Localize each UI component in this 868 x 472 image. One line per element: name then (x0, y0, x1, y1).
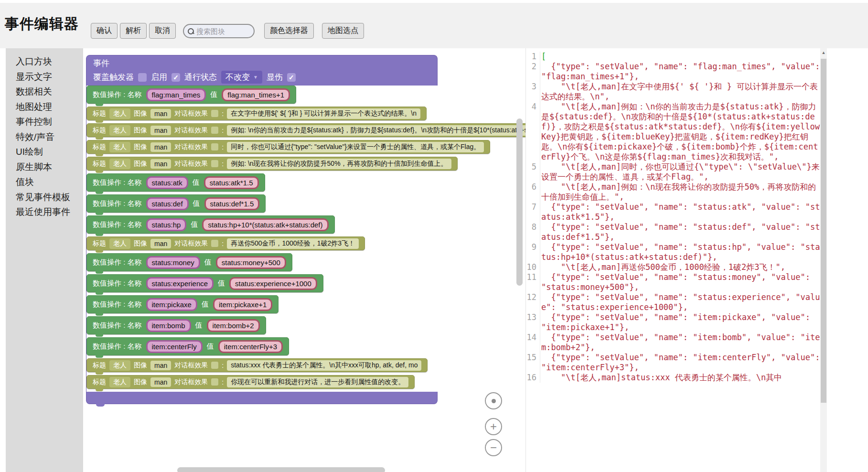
code-line[interactable]: 9 {"type": "setValue", "name": "status:h… (526, 242, 820, 262)
set-value-block[interactable]: 数值操作 : 名称item:centerFly值item:centerFly+3 (86, 337, 289, 355)
set-value-block[interactable]: 数值操作 : 名称flag:man_times值flag:man_times+1 (86, 86, 296, 104)
code-scrollbar[interactable]: ▲ (820, 48, 827, 472)
set-value-block[interactable]: 数值操作 : 名称item:bomb值item:bomb+2 (86, 316, 266, 334)
set-value-block[interactable]: 数值操作 : 名称status:experience值status:experi… (86, 274, 323, 292)
workspace-vertical-scrollbar[interactable] (516, 118, 523, 286)
code-line[interactable]: 4 "\t[老人,man]例如：\n你的当前攻击力是${status:atk}，… (526, 102, 820, 162)
code-line[interactable]: 5 "\t[老人,man]同时，你也可以通过{\"type\": \"setVa… (526, 162, 820, 182)
name-pill[interactable]: status:money (146, 256, 200, 269)
image-field[interactable]: man (150, 109, 171, 118)
override-trigger-checkbox[interactable] (138, 73, 147, 82)
code-scrollbar-thumb[interactable] (821, 59, 826, 403)
value-pill[interactable]: status:atk*1.5 (204, 176, 259, 189)
pass-state-dropdown[interactable]: 不改变 ▼ (221, 71, 262, 84)
search-box[interactable] (183, 24, 255, 38)
code-line[interactable]: 7 {"type": "setValue", "name": "status:a… (526, 202, 820, 222)
image-field[interactable]: man (150, 126, 171, 135)
name-pill[interactable]: item:centerFly (146, 340, 203, 353)
cancel-button[interactable]: 取消 (149, 23, 176, 39)
map-pick-button[interactable]: 地图选点 (322, 23, 364, 39)
confirm-button[interactable]: 确认 (91, 23, 118, 39)
dialog-text-field[interactable]: 你现在可以重新和我进行对话，进一步看到属性值的改变。 (227, 377, 408, 387)
text-block[interactable]: 标题老人图像man对话框效果:例如: \n你的当前攻击力是${status:at… (86, 123, 525, 137)
text-block[interactable]: 标题老人图像man对话框效果:在文字中使用${' ${ '}和 } 可以计算并显… (86, 107, 427, 120)
text-block[interactable]: 标题老人图像man对话框效果:status:xxx 代表勇士的某个属性。\n其中… (86, 358, 428, 372)
code-line[interactable]: 3 "\t[老人,man]在文字中使用${' ${ '}和 } 可以计算并显示一… (526, 82, 820, 102)
speaker-field[interactable]: 老人 (109, 108, 130, 119)
set-value-block[interactable]: 数值操作 : 名称status:def值status:def*1.5 (86, 194, 266, 213)
zoom-in-button[interactable]: + (485, 418, 502, 435)
image-field[interactable]: man (150, 142, 171, 152)
dialog-text-field[interactable]: status:xxx 代表勇士的某个属性。\n其中xxx可取hp, atk, d… (227, 360, 421, 371)
sidebar-item[interactable]: 数据相关 (16, 84, 83, 99)
sidebar-item[interactable]: 显示文字 (16, 69, 83, 85)
dialog-effect-checkbox[interactable] (211, 378, 218, 386)
value-pill[interactable]: item:centerFly+3 (218, 340, 283, 353)
dialog-text-field[interactable]: 例如: \n现在我将让你的攻防提升50%，再将攻防和的十倍加到生命值上。 (227, 159, 451, 169)
code-line[interactable]: 2 {"type": "setValue", "name": "flag:man… (526, 62, 820, 82)
color-picker-button[interactable]: 颜色选择器 (264, 23, 314, 39)
sidebar-item[interactable]: 最近使用事件 (16, 204, 83, 220)
dialog-effect-checkbox[interactable] (211, 160, 218, 167)
dialog-text-field[interactable]: 例如: \n你的当前攻击力是${status:atk}，防御力是${status… (227, 125, 525, 136)
code-line[interactable]: 1[ (526, 52, 820, 62)
speaker-field[interactable]: 老人 (109, 125, 130, 136)
name-pill[interactable]: status:experience (146, 277, 214, 290)
code-line[interactable]: 11 {"type": "setValue", "name": "status:… (526, 272, 820, 292)
event-block[interactable]: 事件 覆盖触发器 启用 ✓ 通行状态 不改变 ▼ 显伤 ✓ 数值操作 (86, 55, 438, 404)
name-pill[interactable]: status:hp (146, 218, 187, 231)
text-block[interactable]: 标题老人图像man对话框效果:再送你500金币，1000经验，1破2炸3飞！ (86, 236, 365, 250)
sidebar-item[interactable]: UI绘制 (16, 144, 83, 160)
code-line[interactable]: 14 {"type": "setValue", "name": "item:bo… (526, 333, 820, 353)
image-field[interactable]: man (150, 377, 171, 387)
text-block[interactable]: 标题老人图像man对话框效果:你现在可以重新和我进行对话，进一步看到属性值的改变… (86, 375, 415, 389)
image-field[interactable]: man (150, 361, 171, 370)
set-value-block[interactable]: 数值操作 : 名称item:pickaxe值item:pickaxe+1 (86, 295, 279, 313)
name-pill[interactable]: item:bomb (146, 319, 191, 332)
dialog-effect-checkbox[interactable] (211, 143, 218, 150)
name-pill[interactable]: status:def (146, 197, 189, 210)
name-pill[interactable]: status:atk (146, 176, 188, 189)
value-pill[interactable]: item:pickaxe+1 (213, 298, 272, 311)
speaker-field[interactable]: 老人 (109, 142, 130, 152)
code-line[interactable]: 16 "\t[老人,man]status:xxx 代表勇士的某个属性。\n其中 (526, 373, 820, 383)
sidebar-item[interactable]: 地图处理 (16, 99, 83, 115)
code-editor[interactable]: 1[2 {"type": "setValue", "name": "flag:m… (525, 48, 820, 472)
value-pill[interactable]: status:def*1.5 (204, 197, 260, 210)
sidebar-item[interactable]: 事件控制 (16, 114, 83, 129)
set-value-block[interactable]: 数值操作 : 名称status:money值status:money+500 (86, 253, 292, 271)
code-line[interactable]: 13 {"type": "setValue", "name": "item:pi… (526, 312, 820, 333)
speaker-field[interactable]: 老人 (109, 360, 130, 371)
code-line[interactable]: 6 "\t[老人,man]例如：\n现在我将让你的攻防提升50%，再将攻防和的十… (526, 182, 820, 202)
image-field[interactable]: man (150, 159, 171, 169)
sidebar-item[interactable]: 常见事件模板 (16, 190, 83, 205)
set-value-block[interactable]: 数值操作 : 名称status:hp值status:hp+10*(status:… (86, 215, 335, 234)
speaker-field[interactable]: 老人 (109, 159, 130, 169)
dialog-effect-checkbox[interactable] (211, 362, 218, 369)
damage-checkbox[interactable]: ✓ (287, 73, 296, 82)
workspace-horizontal-scrollbar[interactable] (177, 467, 385, 472)
value-pill[interactable]: status:experience+1000 (229, 277, 317, 290)
value-pill[interactable]: status:money+500 (216, 256, 286, 269)
code-line[interactable]: 15 {"type": "setValue", "name": "item:ce… (526, 353, 820, 373)
text-block[interactable]: 标题老人图像man对话框效果:同时，你也可以通过{"type": "setVal… (86, 140, 490, 154)
search-input[interactable] (196, 27, 250, 35)
dialog-effect-checkbox[interactable] (211, 240, 218, 247)
dialog-text-field[interactable]: 同时，你也可以通过{"type": "setValue"}来设置一个勇士的属性、… (227, 142, 484, 152)
scroll-up-icon[interactable]: ▲ (820, 50, 827, 55)
value-pill[interactable]: status:hp+10*(status:atk+status:def) (202, 218, 328, 231)
speaker-field[interactable]: 老人 (109, 238, 130, 249)
block-workspace[interactable]: 事件 覆盖触发器 启用 ✓ 通行状态 不改变 ▼ 显伤 ✓ 数值操作 (83, 48, 525, 472)
event-block-header[interactable]: 事件 覆盖触发器 启用 ✓ 通行状态 不改变 ▼ 显伤 ✓ (86, 55, 438, 86)
parse-button[interactable]: 解析 (120, 23, 147, 39)
name-pill[interactable]: flag:man_times (146, 88, 206, 101)
enable-checkbox[interactable]: ✓ (171, 73, 180, 82)
sidebar-item[interactable]: 原生脚本 (16, 160, 83, 175)
dialog-text-field[interactable]: 在文字中使用${' ${ '}和 } 可以计算并显示一个表达式的结果。\n (227, 108, 420, 119)
dialog-effect-checkbox[interactable] (211, 127, 218, 134)
code-line[interactable]: 8 {"type": "setValue", "name": "status:d… (526, 222, 820, 242)
speaker-field[interactable]: 老人 (109, 377, 130, 387)
text-block[interactable]: 标题老人图像man对话框效果:例如: \n现在我将让你的攻防提升50%，再将攻防… (86, 157, 458, 171)
name-pill[interactable]: item:pickaxe (146, 298, 197, 311)
image-field[interactable]: man (150, 239, 171, 248)
